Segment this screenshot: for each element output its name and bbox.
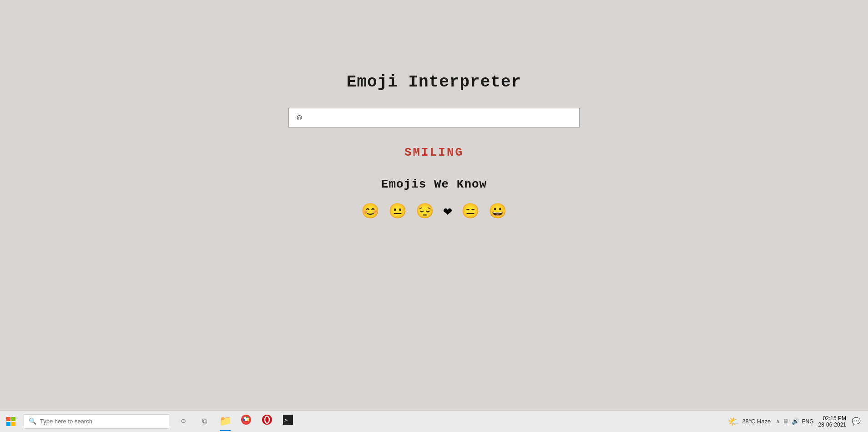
taskbar: 🔍 Type here to search ○ ⧉ 📁: [0, 410, 868, 432]
weather-icon: 🌤️: [728, 416, 739, 427]
weather-text: 28°C Haze: [742, 418, 771, 425]
emoji-input[interactable]: [288, 108, 580, 127]
emoji-item-neutral[interactable]: 😐: [389, 202, 407, 220]
start-button[interactable]: [0, 411, 22, 432]
known-emojis-title: Emojis We Know: [381, 178, 487, 191]
file-explorer-icon: 📁: [219, 415, 232, 427]
page-title: Emoji Interpreter: [347, 73, 521, 91]
svg-rect-0: [6, 417, 10, 421]
emoji-item-heart[interactable]: ❤️: [443, 202, 452, 220]
svg-rect-1: [11, 417, 15, 421]
emoji-item-grinning[interactable]: 😀: [489, 202, 507, 220]
taskbar-app-cortana[interactable]: ○: [173, 411, 194, 432]
emoji-item-sad[interactable]: 😔: [416, 202, 434, 220]
windows-icon: [6, 417, 15, 426]
result-label: SMILING: [404, 146, 464, 159]
taskbar-pinned-apps: ○ ⧉ 📁: [173, 411, 298, 432]
taskbar-right: 🌤️ 28°C Haze ∧ 🖥 🔊 ENG 02:15 PM 28-06-20…: [728, 411, 868, 432]
emoji-input-wrapper: [288, 108, 580, 127]
svg-text:>_: >_: [284, 417, 291, 423]
notification-icon: 💬: [852, 417, 861, 426]
task-view-icon: ⧉: [202, 417, 207, 426]
emoji-item-smiling[interactable]: 😊: [361, 202, 379, 220]
emoji-list: 😊😐😔❤️😑😀: [361, 202, 506, 220]
svg-rect-3: [11, 422, 15, 426]
svg-rect-2: [6, 422, 10, 426]
clock-time: 02:15 PM: [823, 415, 846, 422]
taskbar-app-terminal[interactable]: >_: [278, 411, 298, 432]
emoji-item-expressionless[interactable]: 😑: [461, 202, 479, 220]
cortana-icon: ○: [181, 416, 186, 427]
volume-icon: 🔊: [792, 417, 799, 425]
taskbar-app-task-view[interactable]: ⧉: [194, 411, 215, 432]
taskbar-clock[interactable]: 02:15 PM 28-06-2021: [818, 415, 846, 428]
language-indicator[interactable]: ENG: [802, 418, 814, 425]
taskbar-app-opera[interactable]: [257, 411, 278, 432]
chrome-icon: [241, 415, 251, 428]
network-icon: 🖥: [782, 418, 789, 425]
terminal-icon: >_: [283, 415, 293, 428]
clock-date: 28-06-2021: [818, 422, 846, 428]
search-icon: 🔍: [29, 417, 36, 425]
system-tray-expand[interactable]: ∧: [776, 418, 779, 425]
active-indicator: [220, 430, 231, 431]
taskbar-search-placeholder: Type here to search: [40, 418, 92, 425]
svg-point-6: [245, 418, 247, 421]
taskbar-weather: 🌤️ 28°C Haze: [728, 416, 771, 427]
notification-button[interactable]: 💬: [849, 411, 863, 432]
taskbar-app-file-explorer[interactable]: 📁: [215, 411, 236, 432]
opera-icon: [262, 415, 272, 428]
taskbar-app-chrome[interactable]: [236, 411, 257, 432]
main-content: Emoji Interpreter SMILING Emojis We Know…: [0, 0, 868, 410]
taskbar-search-bar[interactable]: 🔍 Type here to search: [24, 414, 169, 429]
